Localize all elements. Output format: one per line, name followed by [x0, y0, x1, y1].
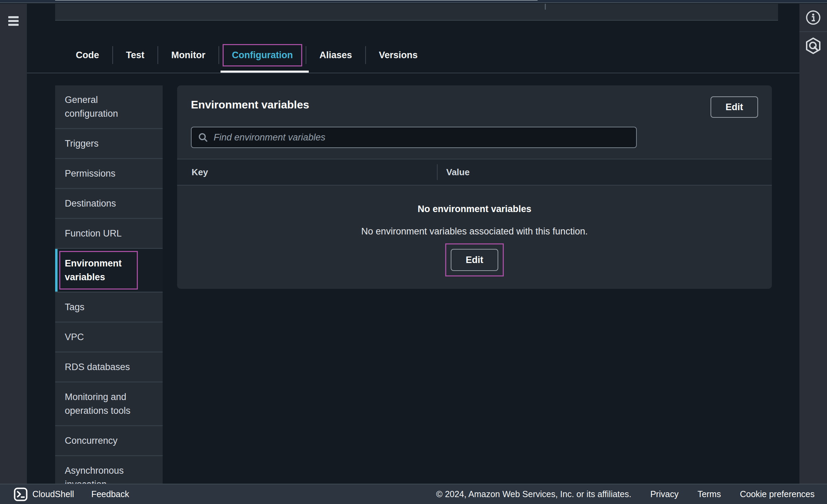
- right-rail: [799, 4, 827, 484]
- column-header-key: Key: [177, 167, 437, 178]
- tab-configuration[interactable]: Configuration: [224, 45, 301, 65]
- sidebar-item-vpc[interactable]: VPC: [55, 323, 163, 353]
- terms-link[interactable]: Terms: [697, 489, 721, 499]
- tabs-bottom-divider: [27, 73, 799, 73]
- tab-separator: [218, 46, 219, 64]
- tab-aliases[interactable]: Aliases: [306, 41, 365, 70]
- focus-ring-environment-variables: [59, 251, 138, 290]
- env-vars-table-header: Key Value: [177, 159, 772, 186]
- sidebar-item-concurrency[interactable]: Concurrency: [55, 426, 163, 456]
- edit-environment-variables-button[interactable]: Edit: [711, 96, 758, 118]
- focus-ring-configuration-tab: Configuration: [223, 44, 302, 66]
- scrolled-panel-divider-tick: [545, 4, 546, 10]
- info-icon[interactable]: [799, 4, 827, 31]
- tab-versions[interactable]: Versions: [366, 41, 431, 70]
- footer-right: © 2024, Amazon Web Services, Inc. or its…: [436, 489, 815, 499]
- feedback-button[interactable]: Feedback: [91, 489, 129, 499]
- hamburger-menu-icon[interactable]: [8, 16, 19, 26]
- cloudshell-button[interactable]: CloudShell: [14, 487, 74, 501]
- empty-state: No environment variables No environment …: [177, 204, 772, 276]
- privacy-link[interactable]: Privacy: [650, 489, 678, 499]
- aws-lambda-console: Code Test Monitor Configuration Aliases …: [0, 0, 827, 504]
- sidebar-item-destinations[interactable]: Destinations: [55, 189, 163, 219]
- cookie-preferences-link[interactable]: Cookie preferences: [740, 489, 815, 499]
- function-tabs: Code Test Monitor Configuration Aliases …: [63, 41, 431, 70]
- selected-item-marker: [55, 249, 58, 292]
- scrolled-content-edge: [55, 0, 538, 1]
- left-rail: [0, 4, 27, 484]
- active-tab-underline: [221, 71, 309, 73]
- empty-state-description: No environment variables associated with…: [177, 226, 772, 237]
- search-input[interactable]: [214, 132, 630, 143]
- tab-code[interactable]: Code: [63, 41, 112, 70]
- search-box: [191, 127, 637, 148]
- sidebar-item-rds-databases[interactable]: RDS databases: [55, 353, 163, 382]
- tab-monitor[interactable]: Monitor: [158, 41, 218, 70]
- sidebar-item-triggers[interactable]: Triggers: [55, 129, 163, 159]
- sidebar-item-environment-variables[interactable]: Environment variables: [55, 249, 163, 293]
- scrolled-panel-remnant: [55, 4, 778, 21]
- sidebar-item-tags[interactable]: Tags: [55, 293, 163, 323]
- sidebar-item-function-url[interactable]: Function URL: [55, 219, 163, 249]
- column-header-value: Value: [438, 167, 470, 178]
- tab-test[interactable]: Test: [113, 41, 158, 70]
- sidebar-item-monitoring-and-operations-tools[interactable]: Monitoring and operations tools: [55, 382, 163, 426]
- focus-ring-edit-button: Edit: [445, 243, 504, 276]
- configuration-sidebar: General configuration Triggers Permissio…: [55, 85, 163, 500]
- panel-title: Environment variables: [191, 98, 309, 111]
- edit-environment-variables-button-empty-state[interactable]: Edit: [451, 249, 498, 271]
- copyright-text: © 2024, Amazon Web Services, Inc. or its…: [436, 489, 631, 499]
- sidebar-item-general-configuration[interactable]: General configuration: [55, 85, 163, 129]
- terminal-prompt-icon: [14, 487, 28, 501]
- empty-state-title: No environment variables: [177, 204, 772, 214]
- amazon-q-icon[interactable]: [799, 32, 827, 60]
- search-icon: [198, 132, 208, 143]
- console-footer: CloudShell Feedback © 2024, Amazon Web S…: [0, 484, 827, 504]
- sidebar-item-permissions[interactable]: Permissions: [55, 159, 163, 189]
- cloudshell-label: CloudShell: [32, 489, 74, 499]
- environment-variables-panel: Environment variables Edit Key Value No …: [177, 85, 772, 289]
- sidebar-item-label: Environment variables: [65, 258, 122, 282]
